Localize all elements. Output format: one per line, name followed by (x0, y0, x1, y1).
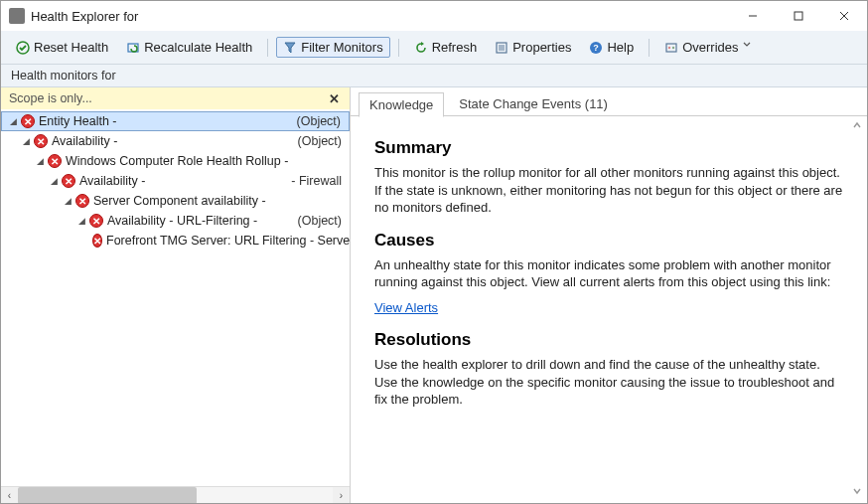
separator (398, 39, 399, 57)
scroll-left-button[interactable]: ‹ (1, 487, 18, 504)
scope-bar[interactable]: Scope is only... ✕ (1, 87, 350, 109)
filter-monitors-button[interactable]: Filter Monitors (276, 37, 389, 58)
tree-expand-icon[interactable]: ◢ (8, 116, 19, 127)
tree-node-label: Entity Health - (39, 114, 117, 128)
tree-expand-icon[interactable]: ◢ (63, 196, 73, 207)
recalc-icon (126, 41, 140, 55)
properties-icon (495, 41, 508, 55)
status-critical-icon: ✕ (62, 174, 75, 188)
svg-text:?: ? (594, 43, 600, 53)
scope-text: Scope is only... (9, 91, 92, 105)
tab-knowledge-label: Knowledge (369, 97, 433, 112)
app-icon (9, 8, 25, 24)
recalculate-health-button[interactable]: Recalculate Health (119, 37, 259, 58)
view-alerts-link[interactable]: View Alerts (374, 300, 438, 315)
v-scrollbar[interactable] (849, 117, 865, 499)
close-icon[interactable]: ✕ (329, 91, 340, 106)
funnel-icon (283, 41, 297, 55)
tree-node-label: Server Component availability - (93, 194, 266, 208)
tab-strip: Knowledge State Change Events (11) (351, 87, 867, 116)
causes-text: An unhealthy state for this monitor indi… (374, 256, 843, 291)
check-icon (16, 41, 30, 55)
scroll-right-button[interactable]: › (333, 487, 350, 504)
overrides-label: Overrides (682, 40, 738, 55)
tree-node-class: - Firewall (291, 174, 350, 188)
tree-expand-icon[interactable]: ◢ (49, 176, 60, 187)
tree-node[interactable]: ◢✕Availability - URL-Filtering -(Object) (1, 211, 350, 231)
svg-rect-12 (666, 44, 676, 52)
refresh-button[interactable]: Refresh (407, 37, 485, 58)
tree-node[interactable]: ◢✕Server Component availability - (1, 191, 350, 211)
refresh-label: Refresh (432, 40, 478, 55)
tab-state-change-label: State Change Events (11) (459, 96, 608, 111)
chevron-down-icon (743, 41, 751, 55)
scroll-track[interactable] (18, 487, 333, 504)
monitor-tree[interactable]: ◢✕Entity Health -(Object)◢✕Availability … (1, 109, 350, 486)
status-critical-icon: ✕ (92, 234, 102, 248)
help-icon: ? (589, 41, 603, 55)
status-critical-icon: ✕ (48, 154, 62, 168)
overrides-icon (664, 41, 678, 55)
context-text: Health monitors for (11, 69, 116, 83)
summary-text: This monitor is the rollup monitor for a… (374, 164, 843, 217)
filter-label: Filter Monitors (301, 40, 382, 55)
tree-node-label: Windows Computer Role Health Rollup - (66, 154, 288, 168)
scroll-thumb[interactable] (18, 487, 197, 504)
window-title: Health Explorer for (31, 9, 730, 24)
toolbar: Reset Health Recalculate Health Filter M… (1, 31, 867, 65)
reset-health-button[interactable]: Reset Health (9, 37, 115, 58)
status-critical-icon: ✕ (75, 194, 89, 208)
tree-expand-icon[interactable]: ◢ (21, 136, 32, 147)
status-critical-icon: ✕ (21, 114, 35, 128)
tree-node-class: (Object) (298, 134, 350, 148)
svg-rect-1 (795, 12, 802, 20)
tree-node[interactable]: ◢✕Entity Health -(Object) (1, 111, 350, 131)
tree-expand-icon[interactable]: ◢ (76, 216, 87, 227)
scroll-down-button[interactable] (849, 483, 865, 499)
h-scrollbar[interactable]: ‹ › (1, 486, 350, 503)
causes-heading: Causes (374, 231, 843, 251)
resolutions-heading: Resolutions (374, 330, 843, 350)
tree-panel: Scope is only... ✕ ◢✕Entity Health -(Obj… (1, 87, 351, 503)
tree-node[interactable]: ✕Forefront TMG Server: URL Filtering - S… (1, 231, 350, 251)
help-button[interactable]: ? Help (582, 37, 641, 58)
tree-node-label: Availability - URL-Filtering - (107, 214, 257, 228)
maximize-button[interactable] (776, 1, 821, 31)
health-explorer-window: Health Explorer for Reset Health Recalcu… (0, 0, 868, 504)
tree-node-class: (Object) (298, 214, 350, 228)
tree-node[interactable]: ◢✕Availability -(Object) (1, 131, 350, 151)
details-panel: Knowledge State Change Events (11) Summa… (351, 87, 867, 503)
properties-button[interactable]: Properties (488, 37, 578, 58)
tree-node-class: (Object) (297, 114, 349, 128)
tree-node[interactable]: ◢✕Availability -- Firewall (1, 171, 350, 191)
status-critical-icon: ✕ (89, 214, 103, 228)
separator (267, 39, 268, 57)
separator (649, 39, 650, 57)
close-button[interactable] (821, 1, 867, 31)
properties-label: Properties (512, 40, 571, 55)
status-critical-icon: ✕ (34, 134, 48, 148)
tab-knowledge[interactable]: Knowledge (359, 92, 444, 117)
help-label: Help (607, 40, 634, 55)
tree-node-label: Availability - (52, 134, 117, 148)
title-bar: Health Explorer for (1, 1, 867, 31)
svg-point-14 (672, 46, 674, 48)
refresh-icon (414, 41, 428, 55)
svg-point-13 (668, 46, 670, 48)
minimize-button[interactable] (730, 1, 776, 31)
resolutions-text: Use the health explorer to drill down an… (374, 356, 843, 409)
tree-node[interactable]: ◢✕Windows Computer Role Health Rollup - (1, 151, 350, 171)
context-bar: Health monitors for (1, 65, 867, 87)
tree-expand-icon[interactable]: ◢ (35, 156, 46, 167)
reset-health-label: Reset Health (34, 40, 108, 55)
tab-state-change[interactable]: State Change Events (11) (448, 91, 619, 116)
summary-heading: Summary (374, 138, 843, 158)
knowledge-content: Summary This monitor is the rollup monit… (351, 115, 867, 503)
overrides-button[interactable]: Overrides (657, 37, 757, 58)
scroll-up-button[interactable] (849, 117, 865, 133)
tree-node-label: Availability - (79, 174, 145, 188)
tree-node-label: Forefront TMG Server: URL Filtering - Se… (106, 234, 350, 248)
recalc-label: Recalculate Health (144, 40, 252, 55)
